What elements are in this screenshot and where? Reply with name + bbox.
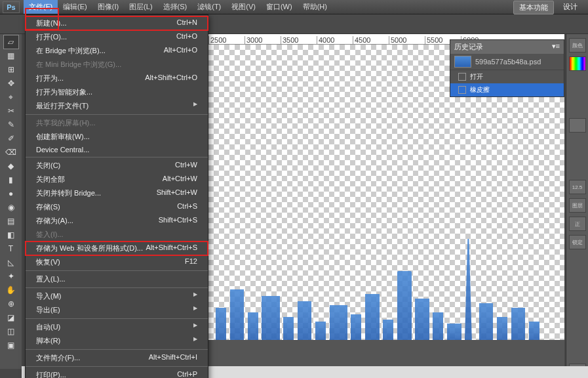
menuitem[interactable]: 关闭全部Alt+Ctrl+W	[26, 173, 208, 186]
tools-panel: ▱ ▦ ⊞ ✥ ⌖ ✂ ✎ ✐ ⌫ ◆ ▮ ● ◉ ▤ ◧ T ◺ ✦ ✋ ⊕ …	[0, 34, 22, 369]
tool-gradient[interactable]: ●	[4, 187, 18, 200]
dock-color[interactable]: 颜色	[569, 38, 586, 52]
menu-select[interactable]: 选择(S)	[158, 0, 193, 14]
history-filename: 599a577a5b48a.psd	[475, 58, 541, 66]
dock-zoom[interactable]: 12.5	[569, 180, 586, 194]
menuitem[interactable]: 共享我的屏幕(H)...	[26, 116, 208, 130]
menu-edit[interactable]: 编辑(E)	[58, 0, 92, 14]
history-source[interactable]: 599a577a5b48a.psd	[450, 54, 564, 70]
tool-path[interactable]: ◺	[4, 256, 18, 269]
dock-lock[interactable]: 锁定	[569, 235, 586, 249]
tool-swatch-bg[interactable]: ◫	[4, 325, 18, 338]
menuitem[interactable]: 存储为 Web 和设备所用格式(D)...Alt+Shift+Ctrl+S	[26, 242, 208, 255]
history-title: 历史记录	[454, 42, 483, 52]
tool-eraser[interactable]: ▮	[4, 173, 18, 186]
panel-menu-icon[interactable]: ▾≡	[552, 42, 560, 52]
history-step-eraser[interactable]: 橡皮擦	[450, 83, 564, 96]
menuitem[interactable]: 最近打开文件(T)	[26, 99, 208, 113]
menuitem[interactable]: 脚本(R)	[26, 334, 208, 348]
skyline-image	[208, 248, 564, 340]
menu-layer[interactable]: 图层(L)	[124, 0, 157, 14]
history-thumb-icon	[454, 56, 471, 68]
menuitem[interactable]: 自动(U)	[26, 320, 208, 334]
menuitem[interactable]: 关闭(C)Ctrl+W	[26, 159, 208, 173]
tool-history-brush[interactable]: ◆	[4, 159, 18, 173]
menuitem[interactable]: 文件简介(F)...Alt+Shift+Ctrl+I	[26, 351, 208, 365]
tool-lasso[interactable]: ⊞	[4, 63, 18, 76]
tool-wand[interactable]: ✥	[4, 77, 18, 90]
tool-swatch-fg[interactable]: ◪	[4, 311, 18, 324]
menuitem[interactable]: 打印(P)...Ctrl+P	[26, 368, 208, 378]
menuitem[interactable]: 创建新审核(W)...	[26, 130, 208, 144]
menubar: Ps 文件(F) 编辑(E) 图像(I) 图层(L) 选择(S) 滤镜(T) 视…	[0, 0, 588, 14]
history-panel: 历史记录 ▾≡ 599a577a5b48a.psd 打开 橡皮擦	[450, 39, 564, 97]
workspace-switcher: 基本功能 设计	[513, 1, 583, 14]
tool-hand[interactable]: ✋	[4, 284, 18, 297]
tool-type[interactable]: T	[4, 242, 18, 255]
dock-swatches-icon[interactable]	[569, 56, 586, 71]
tool-dodge[interactable]: ▤	[4, 215, 18, 228]
app-logo: Ps	[3, 1, 20, 13]
tool-eyedropper[interactable]: ✂	[4, 104, 18, 117]
menuitem[interactable]: 恢复(V)F12	[26, 255, 208, 269]
menu-filter[interactable]: 滤镜(T)	[192, 0, 226, 14]
menuitem[interactable]: 关闭并转到 Bridge...Shift+Ctrl+W	[26, 186, 208, 200]
history-step-open[interactable]: 打开	[450, 70, 564, 83]
dock-navigator[interactable]	[569, 118, 586, 133]
menuitem[interactable]: 新建(N)...Ctrl+N	[26, 16, 208, 30]
tool-shape[interactable]: ✦	[4, 270, 18, 283]
menuitem[interactable]: 在 Mini Bridge 中浏览(G)...	[26, 58, 208, 72]
workspace-basic[interactable]: 基本功能	[513, 1, 554, 14]
menuitem[interactable]: 在 Bridge 中浏览(B)...Alt+Ctrl+O	[26, 44, 208, 58]
menuitem[interactable]: 打开为智能对象...	[26, 85, 208, 99]
menuitem[interactable]: 导出(E)	[26, 303, 208, 317]
tool-pen[interactable]: ◧	[4, 228, 18, 242]
workspace-design[interactable]: 设计	[558, 1, 583, 14]
menuitem[interactable]: 导入(M)	[26, 289, 208, 303]
tool-quickmask[interactable]: ▣	[4, 339, 18, 352]
menuitem[interactable]: 存储为(A)...Shift+Ctrl+S	[26, 214, 208, 228]
menu-image[interactable]: 图像(I)	[92, 0, 124, 14]
file-menu-dropdown: 新建(N)...Ctrl+N打开(O)...Ctrl+O在 Bridge 中浏览…	[25, 14, 208, 378]
menu-view[interactable]: 视图(V)	[226, 0, 261, 14]
tool-stamp[interactable]: ⌫	[4, 146, 18, 159]
menuitem[interactable]: 置入(L)...	[26, 272, 208, 286]
history-header[interactable]: 历史记录 ▾≡	[450, 40, 564, 54]
menuitem[interactable]: 签入(I)...	[26, 228, 208, 242]
dock-normal[interactable]: 正	[569, 217, 586, 231]
menuitem[interactable]: 存储(S)Ctrl+S	[26, 200, 208, 214]
menu-help[interactable]: 帮助(H)	[298, 0, 332, 14]
menuitem[interactable]: 打开为...Alt+Shift+Ctrl+O	[26, 72, 208, 85]
menuitem[interactable]: Device Central...	[26, 144, 208, 156]
tool-healing[interactable]: ✎	[4, 118, 18, 131]
tool-zoom[interactable]: ⊕	[4, 297, 18, 310]
menuitem[interactable]: 打开(O)...Ctrl+O	[26, 30, 208, 44]
tool-crop[interactable]: ⌖	[4, 91, 18, 104]
tool-brush[interactable]: ✐	[4, 132, 18, 145]
tool-move[interactable]: ▱	[4, 35, 18, 49]
tool-marquee[interactable]: ▦	[4, 49, 18, 62]
tool-blur[interactable]: ◉	[4, 201, 18, 214]
menu-window[interactable]: 窗口(W)	[261, 0, 298, 14]
menu-file[interactable]: 文件(F)	[24, 0, 58, 14]
right-dock: 颜色 12.5 图层 正 锁定 通道	[566, 34, 588, 378]
dock-layers[interactable]: 图层	[569, 198, 586, 213]
